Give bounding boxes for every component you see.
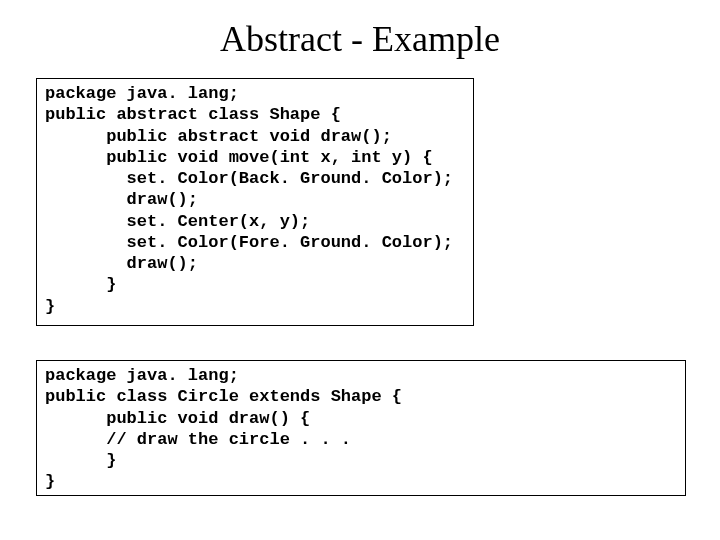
code-block-shape: package java. lang; public abstract clas…: [36, 78, 474, 326]
slide: Abstract - Example package java. lang; p…: [0, 0, 720, 540]
slide-title: Abstract - Example: [0, 18, 720, 60]
code-block-circle: package java. lang; public class Circle …: [36, 360, 686, 496]
